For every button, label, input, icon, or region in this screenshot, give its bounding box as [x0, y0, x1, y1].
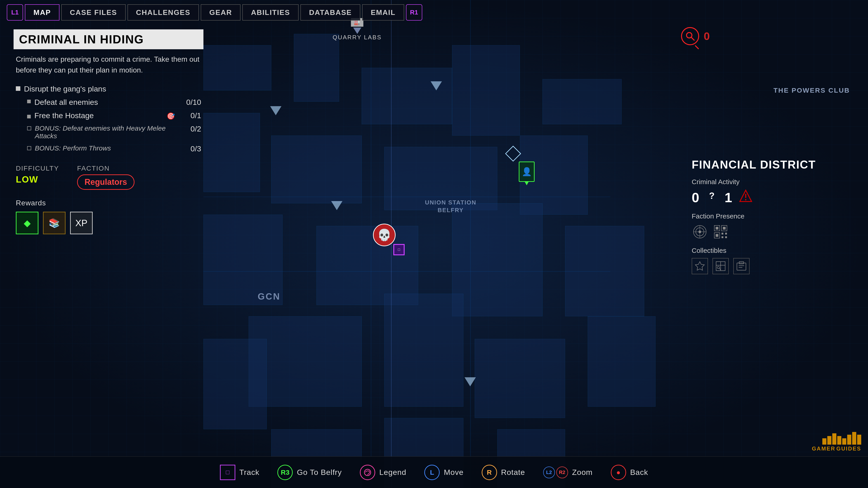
- district-title: FINANCIAL DISTRICT: [692, 158, 855, 171]
- collectible-icon-1: [692, 258, 708, 274]
- action-track[interactable]: □ Track: [220, 465, 259, 480]
- collectibles-icons-row: [692, 258, 855, 274]
- player-marker: 💀 □: [373, 224, 396, 246]
- move-button-icon[interactable]: L: [424, 465, 440, 480]
- watermark-bars: [822, 432, 861, 445]
- svg-text:?: ?: [709, 191, 715, 201]
- search-count: 0: [704, 30, 710, 42]
- faction-presence-label: Faction Presence: [692, 213, 855, 220]
- objectives-list: Disrupt the gang's plans Defeat all enem…: [13, 85, 204, 153]
- back-label: Back: [630, 468, 648, 477]
- rewards-label: Rewards: [16, 199, 201, 207]
- nav-challenges-button[interactable]: CHALLENGES: [127, 4, 199, 21]
- nav-email-button[interactable]: EMAIL: [362, 4, 404, 21]
- watermark: GAMER GUIDES: [812, 432, 861, 452]
- goto-belfry-label: Go To Belfry: [297, 468, 342, 477]
- collectibles-label: Collectibles: [692, 247, 855, 254]
- faction-group: FACTION Regulators: [77, 164, 134, 190]
- nav-map-button[interactable]: MAP: [25, 4, 59, 21]
- move-label: Move: [444, 468, 463, 477]
- player-square-btn: □: [393, 244, 405, 255]
- nav-abilities-button[interactable]: ABILITIES: [242, 4, 299, 21]
- action-goto-belfry[interactable]: R3 Go To Belfry: [277, 465, 342, 480]
- legend-button-icon[interactable]: [360, 465, 375, 480]
- map-diamond-marker: [507, 148, 519, 159]
- obj-bonus2-count: 0/3: [179, 144, 201, 153]
- panel-description: Criminals are preparing to commit a crim…: [13, 54, 204, 75]
- wm-bar-1: [822, 438, 827, 445]
- powers-club-label: THE POWERS CLUB: [774, 86, 850, 95]
- obj-bullet-main: [16, 86, 20, 91]
- zoom-label: Zoom: [572, 468, 593, 477]
- map-location-marker: 👤: [519, 162, 535, 182]
- goto-belfry-button-icon[interactable]: R3: [277, 465, 293, 480]
- difficulty-label: DIFFICULTY: [16, 164, 59, 172]
- track-button-icon[interactable]: □: [220, 465, 235, 480]
- rotate-label: Rotate: [501, 468, 525, 477]
- action-move[interactable]: L Move: [424, 465, 463, 480]
- svg-rect-10: [716, 227, 718, 230]
- svg-line-1: [691, 37, 694, 40]
- reward-icon-xp: XP: [70, 212, 93, 234]
- map-marker-2: [431, 81, 442, 90]
- svg-rect-18: [725, 236, 727, 238]
- back-button-icon[interactable]: ●: [611, 465, 626, 480]
- location-icon: 👤: [519, 162, 535, 182]
- nav-l1-button[interactable]: L1: [7, 4, 23, 21]
- faction-icon-1: [692, 224, 708, 240]
- watermark-text-1: GAMER: [812, 446, 835, 452]
- collectible-icon-3: [733, 258, 749, 274]
- objective-sub-2: Free the Hostage 🎯 0/1: [27, 111, 201, 120]
- obj-bullet-bonus2: [27, 146, 31, 150]
- meta-row: DIFFICULTY LOW FACTION Regulators: [13, 164, 204, 190]
- wm-bar-6: [847, 435, 851, 445]
- faction-icons-row: [692, 224, 855, 240]
- union-station-label: UNION STATIONBELFRY: [425, 199, 476, 214]
- action-legend[interactable]: Legend: [360, 465, 406, 480]
- criminal-icon-alert: [739, 189, 752, 205]
- top-navigation: L1 MAP CASE FILES CHALLENGES GEAR ABILIT…: [0, 0, 868, 25]
- action-zoom[interactable]: L2 R2 Zoom: [543, 466, 593, 478]
- rotate-button-icon[interactable]: R: [482, 465, 497, 480]
- difficulty-value: LOW: [16, 174, 59, 185]
- district-panel: FINANCIAL DISTRICT Criminal Activity 0 ?…: [692, 158, 855, 281]
- track-label: Track: [239, 468, 259, 477]
- svg-rect-14: [716, 234, 718, 237]
- svg-rect-15: [721, 233, 723, 234]
- zoom-l2-button[interactable]: L2: [543, 466, 555, 478]
- svg-rect-17: [721, 236, 723, 238]
- objective-sub-1: Defeat all enemies 0/10: [27, 98, 201, 107]
- search-container: 0: [681, 27, 710, 45]
- obj-sub1-text: Defeat all enemies: [34, 98, 175, 107]
- action-back[interactable]: ● Back: [611, 465, 648, 480]
- gcn-label: GCN: [258, 291, 281, 302]
- wm-bar-8: [857, 435, 861, 445]
- nav-r1-button[interactable]: R1: [406, 4, 422, 21]
- nav-gear-button[interactable]: GEAR: [201, 4, 241, 21]
- hostage-icon: 🎯: [166, 112, 175, 120]
- criminal-count-1: 0: [692, 190, 699, 205]
- wm-bar-7: [852, 432, 856, 445]
- obj-bullet-sub1: [27, 100, 31, 103]
- criminal-icon-question: ?: [706, 190, 718, 205]
- criminal-activity-row: 0 ? 1: [692, 189, 855, 205]
- bottom-action-bar: □ Track R3 Go To Belfry Legend L Move R …: [0, 456, 868, 488]
- obj-bonus1-count: 0/2: [179, 125, 201, 133]
- wm-bar-5: [842, 438, 846, 445]
- reward-icon-1: ◆: [16, 212, 38, 234]
- panel-title: CRIMINAL IN HIDING: [13, 29, 204, 49]
- zoom-r2-button[interactable]: R2: [556, 466, 568, 478]
- nav-case-files-button[interactable]: CASE FILES: [61, 4, 125, 21]
- legend-label: Legend: [379, 468, 406, 477]
- obj-bonus1-text: BONUS: Defeat enemies with Heavy Melee A…: [35, 125, 175, 140]
- obj-bullet-sub2: [27, 115, 31, 119]
- nav-database-button[interactable]: DATABASE: [301, 4, 360, 21]
- obj-main-text: Disrupt the gang's plans: [24, 85, 201, 93]
- svg-point-8: [699, 230, 701, 233]
- obj-bullet-bonus1: [27, 126, 31, 130]
- criminal-count-2: 1: [724, 190, 732, 205]
- watermark-text-2: GUIDES: [836, 446, 861, 452]
- action-rotate[interactable]: R Rotate: [482, 465, 525, 480]
- faction-label: FACTION: [77, 164, 134, 172]
- search-icon[interactable]: [681, 27, 699, 45]
